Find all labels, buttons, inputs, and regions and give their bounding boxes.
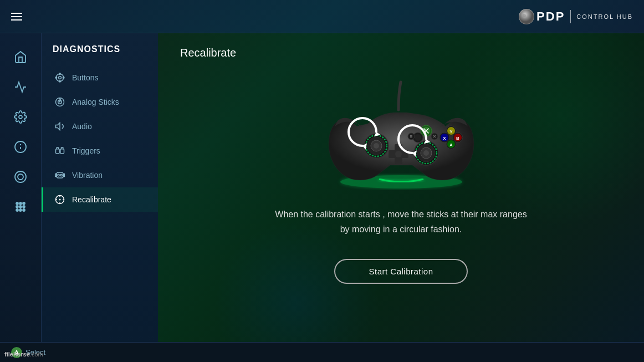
footer: A Select: [0, 342, 644, 362]
sidebar-icon-controller[interactable]: [8, 164, 33, 190]
svg-point-6: [15, 171, 26, 182]
svg-point-36: [374, 143, 379, 149]
menu-icon[interactable]: [11, 13, 22, 21]
sidebar-icons: filehorse.com: [0, 33, 42, 342]
pdp-logo: PDP: [519, 9, 565, 24]
svg-point-15: [19, 209, 22, 211]
start-calibration-button[interactable]: Start Calibration: [334, 259, 467, 284]
buttons-icon: [54, 72, 65, 83]
svg-point-17: [59, 77, 62, 79]
header-logo: PDP CONTROL HUB: [519, 9, 633, 24]
svg-point-20: [63, 77, 64, 79]
svg-point-14: [16, 209, 18, 211]
vibration-icon: [54, 170, 65, 181]
svg-point-42: [395, 151, 402, 157]
nav-label-triggers: Triggers: [72, 146, 100, 155]
analog-sticks-icon: [54, 96, 65, 108]
svg-point-7: [18, 174, 23, 180]
svg-point-29: [60, 174, 62, 176]
nav-item-analog-sticks[interactable]: Analog Sticks: [42, 90, 158, 114]
svg-text:Y: Y: [449, 129, 453, 134]
svg-point-1: [523, 14, 526, 17]
nav-item-audio[interactable]: Audio: [42, 114, 158, 139]
svg-point-44: [415, 134, 421, 141]
nav-label-recalibrate: Recalibrate: [72, 195, 111, 204]
svg-rect-49: [410, 136, 412, 137]
sidebar-icon-settings[interactable]: [8, 104, 33, 130]
sidebar-icon-info[interactable]: [8, 134, 33, 160]
sidebar-icon-grid[interactable]: [8, 194, 33, 220]
svg-rect-50: [410, 137, 412, 138]
svg-point-16: [23, 209, 25, 211]
svg-text:X: X: [443, 136, 446, 141]
nav-label-analog-sticks: Analog Sticks: [72, 98, 119, 106]
svg-point-12: [19, 206, 22, 208]
controller-illustration: Y X B A: [307, 68, 495, 196]
header: PDP CONTROL HUB: [0, 0, 644, 33]
left-nav: DIAGNOSTICS Buttons Analog Sticks: [42, 33, 158, 342]
svg-point-2: [19, 115, 22, 119]
description-line2: by moving in a circular fashion.: [275, 222, 527, 237]
svg-point-0: [519, 9, 534, 24]
triggers-icon: [54, 145, 65, 156]
svg-point-8: [16, 202, 18, 205]
header-left: [11, 13, 22, 21]
nav-item-buttons[interactable]: Buttons: [42, 65, 158, 90]
svg-rect-25: [56, 149, 60, 154]
main-layout: filehorse.com DIAGNOSTICS Buttons: [0, 33, 644, 342]
svg-point-28: [58, 174, 59, 176]
svg-point-11: [16, 206, 18, 208]
pdp-logo-text: PDP: [536, 9, 565, 24]
content-area: Recalibrate: [158, 33, 644, 342]
description-line1: When the calibration starts , move the s…: [275, 207, 527, 222]
svg-point-13: [23, 206, 25, 208]
controller-container: Y X B A: [307, 68, 495, 196]
svg-point-31: [59, 199, 60, 200]
control-hub-label: CONTROL HUB: [576, 13, 633, 20]
logo-divider: [570, 10, 571, 23]
svg-point-10: [23, 202, 25, 205]
nav-item-triggers[interactable]: Triggers: [42, 139, 158, 163]
svg-rect-26: [60, 149, 64, 154]
svg-point-21: [59, 73, 61, 75]
nav-item-vibration[interactable]: Vibration: [42, 163, 158, 187]
sidebar-icon-activity[interactable]: [8, 74, 33, 100]
svg-text:A: A: [449, 142, 453, 147]
nav-label-buttons: Buttons: [72, 73, 98, 82]
pdp-ball-icon: [519, 9, 534, 24]
audio-icon: [54, 121, 65, 132]
nav-label-audio: Audio: [72, 122, 92, 131]
section-title: Recalibrate: [158, 33, 258, 68]
svg-point-9: [19, 202, 22, 205]
svg-text:B: B: [456, 136, 459, 141]
recalibrate-icon: [54, 194, 65, 205]
svg-rect-48: [410, 135, 412, 136]
svg-point-19: [55, 77, 57, 79]
svg-point-55: [423, 150, 429, 156]
nav-label-vibration: Vibration: [72, 171, 103, 180]
description-text: When the calibration starts , move the s…: [253, 207, 549, 237]
nav-item-recalibrate[interactable]: Recalibrate: [42, 187, 158, 212]
sidebar-icon-home[interactable]: [8, 44, 33, 70]
svg-point-22: [59, 80, 61, 82]
diagnostics-title: DIAGNOSTICS: [42, 44, 158, 65]
